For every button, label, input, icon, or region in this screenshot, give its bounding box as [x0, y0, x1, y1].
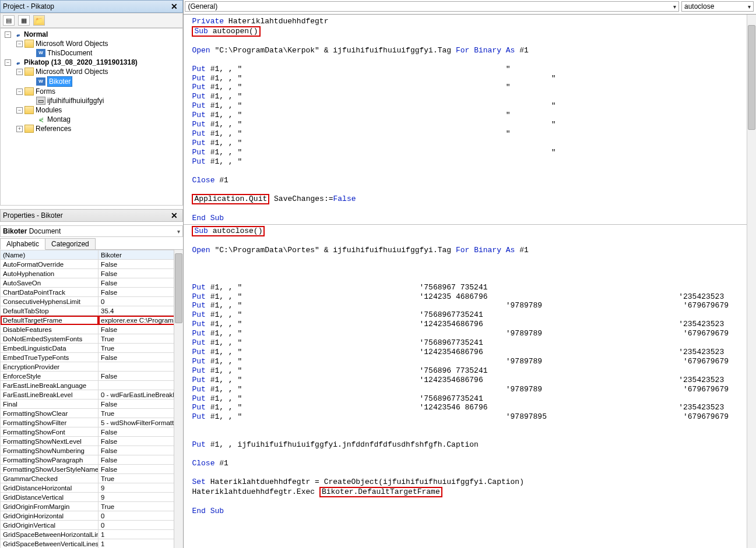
scrollbar-thumb[interactable]: [175, 253, 182, 323]
property-row[interactable]: AutoSaveOnFalse: [1, 278, 183, 288]
tab-categorized[interactable]: Categorized: [45, 238, 96, 249]
collapse-icon[interactable]: −: [16, 69, 23, 75]
property-row[interactable]: EmbedLinguisticDataTrue: [1, 344, 183, 353]
code-editor[interactable]: Private Hateriklahtduehhdfegtr Sub autoo…: [184, 14, 756, 548]
tree-normal[interactable]: Normal: [24, 30, 48, 39]
collapse-icon[interactable]: −: [5, 59, 11, 66]
scrollbar-thumb[interactable]: [748, 25, 755, 130]
property-row[interactable]: GridDistanceVertical9: [1, 493, 183, 502]
property-row[interactable]: DefaultTargetFrameexplorer.exe C:\Progra…: [1, 316, 183, 325]
property-value[interactable]: False: [99, 353, 183, 362]
property-value[interactable]: False: [99, 288, 183, 297]
property-value[interactable]: True: [99, 502, 183, 511]
property-row[interactable]: DoNotEmbedSystemFontsTrue: [1, 334, 183, 344]
tree-modules[interactable]: Modules: [36, 105, 62, 115]
property-row[interactable]: EncryptionProvider: [1, 362, 183, 372]
property-row[interactable]: GridOriginFromMarginTrue: [1, 502, 183, 511]
property-value[interactable]: True: [99, 409, 183, 418]
properties-scrollbar[interactable]: [174, 250, 183, 548]
properties-grid[interactable]: (Name)BikoterAutoFormatOverrideFalseAuto…: [0, 250, 183, 548]
view-code-icon[interactable]: ▤: [3, 15, 15, 26]
property-row[interactable]: GridOriginHorizontal0: [1, 511, 183, 521]
property-row[interactable]: ConsecutiveHyphensLimit0: [1, 297, 183, 306]
property-value[interactable]: False: [99, 399, 183, 409]
property-value[interactable]: 1: [99, 539, 183, 549]
property-value[interactable]: True: [99, 344, 183, 353]
property-value[interactable]: False: [99, 446, 183, 455]
tree-refs[interactable]: References: [36, 124, 71, 133]
property-row[interactable]: FormattingShowNextLevelFalse: [1, 437, 183, 446]
collapse-icon[interactable]: −: [5, 31, 11, 38]
property-value[interactable]: False: [99, 278, 183, 288]
property-value[interactable]: False: [99, 455, 183, 465]
property-row[interactable]: FormattingShowFontFalse: [1, 427, 183, 437]
property-row[interactable]: DisableFeaturesFalse: [1, 325, 183, 334]
tab-alphabetic[interactable]: Alphabetic: [0, 238, 45, 250]
property-row[interactable]: FinalFalse: [1, 399, 183, 409]
property-row[interactable]: FormattingShowFilter5 - wdShowFilterForm…: [1, 418, 183, 427]
property-row[interactable]: FormattingShowParagraphFalse: [1, 455, 183, 465]
object-selector[interactable]: Bikoter Document ▾: [0, 225, 183, 237]
property-value[interactable]: True: [99, 474, 183, 483]
tree-mod1[interactable]: Montag: [47, 115, 71, 124]
property-row[interactable]: FarEastLineBreakLanguage: [1, 381, 183, 390]
close-icon[interactable]: ✕: [168, 2, 180, 11]
property-row[interactable]: GridOriginVertical0: [1, 521, 183, 530]
property-value[interactable]: False: [99, 465, 183, 474]
close-icon[interactable]: ✕: [168, 211, 180, 220]
property-value[interactable]: 9: [99, 493, 183, 502]
tree-mwo2[interactable]: Microsoft Word Objects: [36, 67, 108, 76]
property-row[interactable]: GridDistanceHorizontal9: [1, 483, 183, 493]
property-value[interactable]: 9: [99, 483, 183, 493]
property-value[interactable]: Bikoter: [99, 250, 183, 260]
collapse-icon[interactable]: −: [16, 41, 23, 47]
property-value[interactable]: 0 - wdFarEastLineBreakLevelNormal: [99, 390, 183, 399]
property-value[interactable]: 0: [99, 511, 183, 521]
toggle-folders-icon[interactable]: 📁: [33, 15, 45, 26]
tree-bikoter[interactable]: Bikoter: [47, 76, 72, 87]
editor-scrollbar[interactable]: [747, 15, 756, 548]
expand-icon[interactable]: +: [16, 126, 23, 132]
property-row[interactable]: AutoFormatOverrideFalse: [1, 260, 183, 269]
property-row[interactable]: FarEastLineBreakLevel0 - wdFarEastLineBr…: [1, 390, 183, 399]
view-object-icon[interactable]: ▦: [18, 15, 30, 26]
property-row[interactable]: FormattingShowClearTrue: [1, 409, 183, 418]
property-value[interactable]: 0: [99, 521, 183, 530]
property-row[interactable]: FormattingShowNumberingFalse: [1, 446, 183, 455]
property-row[interactable]: EnforceStyleFalse: [1, 372, 183, 381]
property-value[interactable]: explorer.exe C:\ProgramData\Portes.vbs: [99, 316, 183, 325]
property-value[interactable]: 1: [99, 530, 183, 539]
property-row[interactable]: EmbedTrueTypeFontsFalse: [1, 353, 183, 362]
property-value[interactable]: False: [99, 372, 183, 381]
tree-thisdoc[interactable]: ThisDocument: [47, 48, 92, 58]
property-row[interactable]: GrammarCheckedTrue: [1, 474, 183, 483]
property-value[interactable]: [99, 362, 183, 372]
property-value[interactable]: True: [99, 334, 183, 344]
property-row[interactable]: GridSpaceBetweenVerticalLines1: [1, 539, 183, 549]
property-value[interactable]: False: [99, 427, 183, 437]
property-row[interactable]: (Name)Bikoter: [1, 250, 183, 260]
property-value[interactable]: 0: [99, 297, 183, 306]
property-value[interactable]: False: [99, 269, 183, 278]
project-tree[interactable]: −𝓋Normal −Microsoft Word Objects WThisDo…: [0, 28, 183, 206]
property-row[interactable]: AutoHyphenationFalse: [1, 269, 183, 278]
property-row[interactable]: DefaultTabStop35.4: [1, 306, 183, 316]
procedure-combo[interactable]: autoclose▾: [681, 1, 754, 12]
property-value[interactable]: 5 - wdShowFilterFormattingRecommended: [99, 418, 183, 427]
property-row[interactable]: GridSpaceBetweenHorizontalLines1: [1, 530, 183, 539]
object-combo[interactable]: (General)▾: [185, 1, 679, 12]
property-value[interactable]: False: [99, 260, 183, 269]
tree-forms[interactable]: Forms: [36, 87, 55, 96]
collapse-icon[interactable]: −: [16, 107, 23, 114]
property-value[interactable]: False: [99, 437, 183, 446]
property-value[interactable]: False: [99, 325, 183, 334]
tree-form1[interactable]: ijfuihifuifhuiuifggfyi: [47, 96, 104, 105]
property-row[interactable]: ChartDataPointTrackFalse: [1, 288, 183, 297]
collapse-icon[interactable]: −: [16, 89, 23, 95]
property-name: DefaultTargetFrame: [1, 316, 99, 325]
property-value[interactable]: 35.4: [99, 306, 183, 316]
tree-mwo[interactable]: Microsoft Word Objects: [36, 39, 108, 48]
tree-pikatop[interactable]: Pikatop (13_08_2020_1191901318): [24, 58, 138, 67]
property-row[interactable]: FormattingShowUserStyleNameFalse: [1, 465, 183, 474]
property-value[interactable]: [99, 381, 183, 390]
